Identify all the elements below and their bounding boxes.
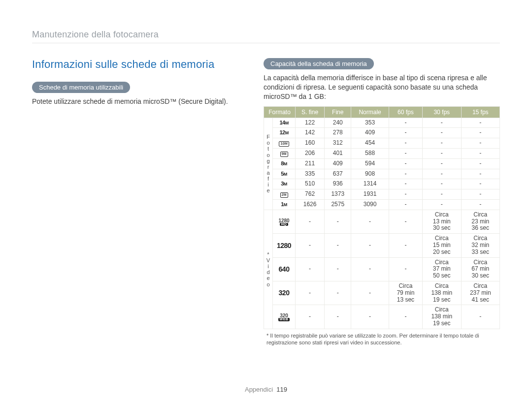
capacity-cell: -: [423, 169, 461, 179]
capacity-cell: 908: [351, 169, 389, 179]
capacity-cell: 594: [351, 158, 389, 169]
table-row: 9M206401588---: [264, 149, 500, 159]
capacity-cell: 278: [325, 128, 351, 138]
capacity-cell: -: [325, 234, 351, 257]
capacity-cell: Circa37 min50 sec: [423, 257, 461, 281]
capacity-cell: 240: [325, 118, 351, 128]
usable-cards-text: Potete utilizzare schede di memoria micr…: [32, 97, 244, 106]
capacity-cell: 142: [296, 128, 325, 138]
table-row: 10M160312454---: [264, 138, 500, 149]
capacity-cell: 1373: [325, 189, 351, 200]
format-cell: 1280: [273, 234, 296, 257]
capacity-cell: 762: [296, 189, 325, 200]
capacity-cell: -: [423, 200, 461, 210]
table-row: 320---Circa79 min13 secCirca138 min19 se…: [264, 281, 500, 305]
capacity-cell: -: [461, 158, 500, 169]
th-formato: Formato: [264, 106, 296, 118]
capacity-cell: 454: [351, 138, 389, 149]
capacity-cell: -: [461, 138, 500, 149]
capacity-cell: -: [351, 305, 389, 329]
capacity-cell: -: [389, 158, 422, 169]
th-fine: Fine: [325, 106, 351, 118]
capacity-cell: -: [423, 118, 461, 128]
capacity-cell: -: [389, 234, 422, 257]
capacity-cell: -: [325, 210, 351, 233]
capacity-cell: Circa79 min13 sec: [389, 281, 422, 305]
capacity-cell: -: [389, 128, 422, 138]
capacity-cell: -: [296, 257, 325, 281]
table-row: 5M335637908---: [264, 169, 500, 179]
capacity-cell: -: [351, 234, 389, 257]
capacity-cell: -: [389, 179, 422, 189]
footer-page-number: 119: [276, 386, 287, 393]
table-row: 1M162625753090---: [264, 200, 500, 210]
format-cell: 10M: [273, 138, 296, 149]
capacity-cell: Circa13 min30 sec: [423, 210, 461, 233]
capacity-cell: -: [423, 158, 461, 169]
table-row: 8M211409594---: [264, 158, 500, 169]
th-sfine: S. fine: [296, 106, 325, 118]
table-row: 2M76213731931---: [264, 189, 500, 200]
capacity-cell: -: [389, 189, 422, 200]
capacity-cell: 3090: [351, 200, 389, 210]
format-cell: 640: [273, 257, 296, 281]
capacity-cell: Circa138 min19 sec: [423, 281, 461, 305]
capacity-cell: -: [423, 179, 461, 189]
format-cell: 9M: [273, 149, 296, 159]
capacity-cell: 409: [325, 158, 351, 169]
capacity-cell: -: [389, 210, 422, 233]
table-row: 12M142278409---: [264, 128, 500, 138]
capacity-cell: -: [351, 210, 389, 233]
page-footer: Appendici 119: [0, 386, 532, 393]
capacity-cell: -: [423, 128, 461, 138]
capacity-cell: 2575: [325, 200, 351, 210]
format-cell: 3M: [273, 179, 296, 189]
table-row: 320WEB----Circa138 min19 sec-: [264, 305, 500, 329]
capacity-cell: -: [389, 305, 422, 329]
format-cell: 2M: [273, 189, 296, 200]
capacity-cell: -: [389, 257, 422, 281]
th-normale: Normale: [351, 106, 389, 118]
capacity-cell: -: [296, 210, 325, 233]
format-cell: 1280HQ: [273, 210, 296, 233]
capacity-cell: -: [325, 305, 351, 329]
pill-usable-cards: Schede di memoria utilizzabili: [32, 82, 130, 93]
capacity-cell: 312: [325, 138, 351, 149]
row-group-label: Fotografie: [264, 118, 273, 210]
capacity-cell: 206: [296, 149, 325, 159]
capacity-cell: 588: [351, 149, 389, 159]
capacity-cell: 211: [296, 158, 325, 169]
capacity-cell: -: [325, 281, 351, 305]
th-60fps: 60 fps: [389, 106, 422, 118]
capacity-cell: -: [296, 281, 325, 305]
row-group-label: *Video: [264, 210, 273, 329]
capacity-cell: -: [461, 200, 500, 210]
capacity-cell: 637: [325, 169, 351, 179]
capacity-cell: 122: [296, 118, 325, 128]
capacity-cell: -: [296, 234, 325, 257]
capacity-cell: -: [461, 128, 500, 138]
table-row: 3M5109361314---: [264, 179, 500, 189]
footer-section: Appendici: [245, 386, 273, 393]
capacity-cell: Circa237 min41 sec: [461, 281, 500, 305]
capacity-cell: 353: [351, 118, 389, 128]
table-row: 640----Circa37 min50 secCirca67 min30 se…: [264, 257, 500, 281]
capacity-cell: -: [351, 257, 389, 281]
table-row: 1280----Circa15 min20 secCirca32 min33 s…: [264, 234, 500, 257]
capacity-cell: -: [461, 189, 500, 200]
capacity-intro-text: La capacità della memoria differisce in …: [264, 73, 500, 101]
capacity-cell: 1931: [351, 189, 389, 200]
format-cell: 8M: [273, 158, 296, 169]
capacity-cell: 409: [351, 128, 389, 138]
capacity-cell: Circa138 min19 sec: [423, 305, 461, 329]
capacity-cell: -: [351, 281, 389, 305]
capacity-cell: -: [461, 305, 500, 329]
capacity-cell: -: [389, 118, 422, 128]
footnote: * Il tempo registrabile può variare se u…: [264, 332, 500, 346]
capacity-cell: -: [389, 200, 422, 210]
format-cell: 320WEB: [273, 305, 296, 329]
breadcrumb: Manutenzione della fotocamera: [32, 30, 500, 43]
capacity-cell: -: [389, 138, 422, 149]
table-row: *Video1280HQ----Circa13 min30 secCirca23…: [264, 210, 500, 233]
capacity-cell: -: [461, 149, 500, 159]
